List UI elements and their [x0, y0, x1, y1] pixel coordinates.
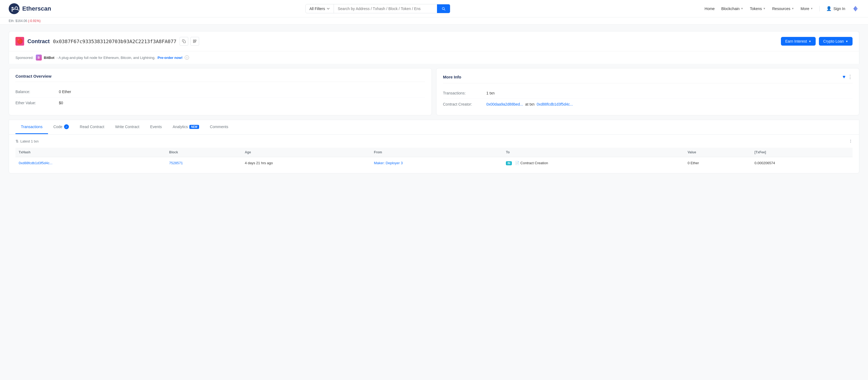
tab-events[interactable]: Events — [145, 120, 167, 134]
sponsor-label: Sponsored: — [16, 56, 34, 60]
search-input[interactable] — [334, 4, 437, 13]
from-link[interactable]: Maker: Deployer 3 — [374, 161, 403, 165]
contract-address: 0x0387F67c9335383120703b93A2C2213f3A8FA0… — [53, 38, 176, 44]
crypto-loan-button[interactable]: Crypto Loan ▼ — [819, 37, 852, 46]
tab-read-contract[interactable]: Read Contract — [74, 120, 110, 134]
cell-value: 0 Ether — [684, 157, 751, 169]
earn-chevron-icon: ▼ — [809, 40, 811, 43]
contract-overview-card: Contract Overview Balance: 0 Ether Ether… — [9, 68, 432, 115]
sponsor-info-icon[interactable]: i — [185, 55, 189, 60]
qr-code-button[interactable] — [190, 37, 199, 46]
transactions-table: TxHash Block Age From To Value [TxFee] 0… — [16, 148, 852, 169]
cell-to: IN 📄 Contract Creation — [503, 157, 684, 169]
tabs-container: Transactions Code ✓ Read Contract Write … — [9, 120, 859, 173]
balance-row: Balance: 0 Ether — [16, 86, 425, 97]
more-options-button[interactable]: ⋮ — [848, 74, 852, 80]
logo-text: Etherscan — [22, 5, 51, 12]
transactions-row: Transactions: 1 txn — [443, 88, 852, 99]
transactions-label: Transactions: — [443, 91, 486, 95]
cell-txhash: 0xd88fcdb1d3f5d4c... — [16, 157, 166, 169]
copy-address-button[interactable] — [180, 37, 188, 46]
latest-txn-label: ⇅ Latest 1 txn — [16, 139, 38, 143]
nav-more[interactable]: More ▼ — [801, 6, 813, 11]
balance-value: 0 Ether — [59, 90, 71, 94]
eth-change: (-0.91%) — [28, 19, 40, 23]
eth-network-icon[interactable] — [852, 5, 859, 12]
earn-interest-button[interactable]: Earn Interest ▼ — [781, 37, 816, 46]
tab-comments[interactable]: Comments — [205, 120, 234, 134]
svg-rect-8 — [184, 41, 186, 43]
block-link[interactable]: 7528571 — [169, 161, 183, 165]
contract-actions — [180, 37, 199, 46]
nav-divider — [819, 6, 820, 11]
col-txfee: [TxFee] — [751, 148, 852, 157]
tab-write-contract[interactable]: Write Contract — [110, 120, 145, 134]
chevron-down-icon — [327, 7, 330, 10]
qr-icon — [193, 39, 197, 43]
ether-value-row: Ether Value: $0 — [16, 97, 425, 108]
nav-blockchain[interactable]: Blockchain ▼ — [721, 6, 744, 11]
table-body: 0xd88fcdb1d3f5d4c... 7528571 4 days 21 h… — [16, 157, 852, 169]
nav-resources[interactable]: Resources ▼ — [772, 6, 794, 11]
contract-overview-title: Contract Overview — [16, 74, 425, 82]
creator-address-link[interactable]: 0x00daa9a2d88bed... — [486, 102, 523, 107]
sort-icon: ⇅ — [16, 139, 19, 143]
tab-analytics[interactable]: Analytics New — [167, 120, 204, 134]
verified-badge-icon: ✓ — [64, 124, 69, 129]
sign-in-button[interactable]: 👤 Sign In — [826, 6, 845, 11]
cards-row: Contract Overview Balance: 0 Ether Ether… — [9, 68, 859, 115]
svg-rect-2 — [11, 9, 14, 10]
col-txhash: TxHash — [16, 148, 166, 157]
more-info-card: More Info ♥ ⋮ Transactions: 1 txn Contra… — [436, 68, 859, 115]
eth-label: Eth: — [9, 19, 14, 23]
table-options-button[interactable]: ⋮ — [849, 139, 852, 143]
tab-code[interactable]: Code ✓ — [48, 120, 74, 134]
contract-title-bar: 🔴 Contract 0x0387F67c9335383120703b93A2C… — [9, 31, 859, 51]
more-chevron-icon: ▼ — [810, 7, 813, 10]
search-filter-dropdown[interactable]: All Filters — [306, 4, 334, 13]
tab-transactions[interactable]: Transactions — [16, 120, 48, 134]
svg-marker-7 — [854, 6, 856, 11]
creator-value: 0x00daa9a2d88bed... at txn 0xd88fcdb1d3f… — [486, 102, 573, 107]
table-section: ⇅ Latest 1 txn ⋮ TxHash Block Age From T… — [9, 135, 859, 173]
cell-txfee: 0.000206574 — [751, 157, 852, 169]
svg-rect-10 — [195, 40, 196, 41]
search-icon — [441, 6, 446, 11]
col-from: From — [371, 148, 503, 157]
more-info-header: More Info ♥ ⋮ — [443, 74, 852, 83]
header: Etherscan All Filters Home Blockchain ▼ … — [0, 0, 868, 18]
table-row: 0xd88fcdb1d3f5d4c... 7528571 4 days 21 h… — [16, 157, 852, 169]
col-value: Value — [684, 148, 751, 157]
balance-label: Balance: — [16, 90, 59, 94]
sponsor-cta-link[interactable]: Pre-order now! — [158, 56, 183, 60]
search-button[interactable] — [437, 4, 450, 13]
svg-rect-1 — [11, 7, 13, 8]
cell-age: 4 days 21 hrs ago — [241, 157, 371, 169]
tokens-chevron-icon: ▼ — [763, 7, 766, 10]
creator-label: Contract Creator: — [443, 102, 486, 107]
table-header: TxHash Block Age From To Value [TxFee] — [16, 148, 852, 157]
sponsor-logo-icon: B — [36, 55, 42, 61]
resources-chevron-icon: ▼ — [792, 7, 794, 10]
blockchain-chevron-icon: ▼ — [741, 7, 744, 10]
creator-txn-hash-link[interactable]: 0xd88fcdb1d3f5d4c... — [537, 102, 573, 107]
nav-tokens[interactable]: Tokens ▼ — [750, 6, 766, 11]
direction-badge: IN — [506, 161, 512, 165]
sponsor-bar: Sponsored: B BitBot - A plug-and-play fu… — [9, 51, 859, 64]
favorite-button[interactable]: ♥ — [842, 74, 845, 80]
col-block: Block — [166, 148, 241, 157]
main-content: 🔴 Contract 0x0387F67c9335383120703b93A2C… — [0, 25, 868, 180]
copy-icon — [182, 39, 186, 43]
col-to: To — [503, 148, 684, 157]
more-info-title: More Info — [443, 75, 461, 79]
logo-area: Etherscan — [9, 3, 51, 14]
more-info-actions: ♥ ⋮ — [842, 74, 852, 80]
svg-rect-11 — [193, 41, 194, 42]
txhash-link[interactable]: 0xd88fcdb1d3f5d4c... — [19, 161, 52, 165]
tabs-header: Transactions Code ✓ Read Contract Write … — [9, 120, 859, 135]
cell-from: Maker: Deployer 3 — [371, 157, 503, 169]
nav-home[interactable]: Home — [705, 6, 715, 11]
contract-title-left: 🔴 Contract 0x0387F67c9335383120703b93A2C… — [16, 37, 199, 46]
table-header-bar: ⇅ Latest 1 txn ⋮ — [16, 139, 852, 143]
sub-header: Eth: $164.06 (-0.91%) — [0, 18, 868, 25]
